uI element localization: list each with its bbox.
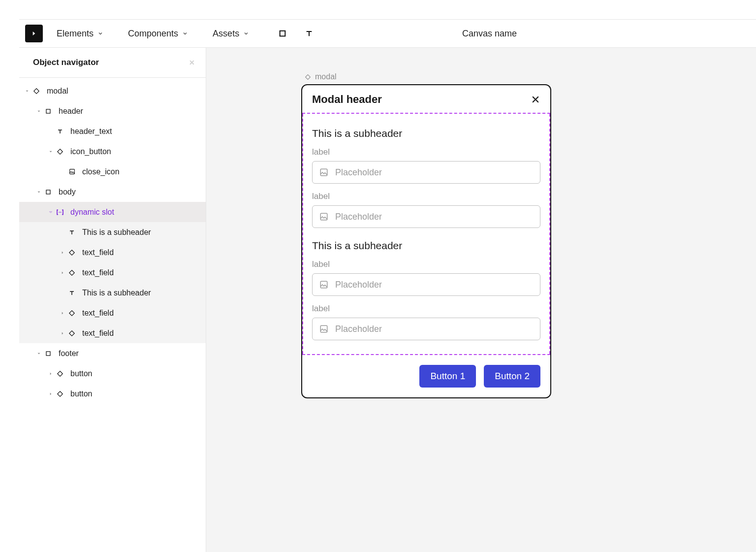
chevron-down-icon [182, 31, 188, 36]
modal-preview[interactable]: Modal header This is a subheader label P… [301, 84, 551, 398]
svg-rect-11 [320, 325, 327, 332]
dynamic-slot-area[interactable]: This is a subheader label Placeholder la… [302, 113, 550, 355]
chevron-right-icon [59, 270, 66, 275]
image-icon [66, 168, 77, 175]
field-label: label [312, 260, 540, 269]
svg-rect-1 [46, 109, 50, 113]
image-icon [319, 280, 328, 289]
tree-label: modal [47, 87, 68, 96]
subheader-text: This is a subheader [302, 122, 550, 141]
object-navigator-panel: Object navigator ✕ modal header header_t… [19, 48, 206, 552]
tree-item-body[interactable]: body [19, 182, 206, 202]
chevron-down-icon [35, 351, 43, 356]
canvas-element-tag[interactable]: modal [305, 72, 337, 81]
chevron-right-icon [47, 371, 55, 376]
text-input[interactable]: Placeholder [312, 205, 540, 228]
button-1[interactable]: Button 1 [419, 365, 476, 388]
subheader-text: This is a subheader [302, 230, 550, 254]
tree-label: close_icon [82, 167, 120, 176]
modal-header: Modal header [302, 85, 550, 113]
field-label: label [312, 304, 540, 314]
tree-item-text-field[interactable]: text_field [19, 303, 206, 323]
tree: modal header header_text icon_button clo… [19, 78, 206, 404]
svg-rect-7 [46, 352, 50, 356]
tree-item-icon-button[interactable]: icon_button [19, 141, 206, 162]
modal-title: Modal header [312, 93, 382, 106]
svg-point-6 [61, 212, 62, 213]
canvas[interactable]: modal Modal header This is a subheader l… [206, 48, 756, 552]
menu-label: Elements [57, 29, 94, 39]
placeholder-text: Placeholder [335, 167, 382, 178]
chevron-down-icon [35, 190, 43, 195]
image-icon [319, 212, 328, 221]
tree-item-button[interactable]: button [19, 384, 206, 404]
menu-label: Components [128, 29, 178, 39]
frame-icon [43, 351, 54, 357]
svg-rect-10 [320, 281, 327, 288]
field-label: label [312, 147, 540, 157]
field-label: label [312, 192, 540, 201]
button-2[interactable]: Button 2 [484, 365, 540, 388]
text-input[interactable]: Placeholder [312, 161, 540, 184]
tree-item-dynamic-slot[interactable]: dynamic slot [19, 202, 206, 222]
image-icon [319, 168, 328, 177]
component-icon [55, 370, 65, 377]
app-logo[interactable] [25, 25, 43, 42]
tag-label: modal [315, 72, 337, 81]
menu-elements[interactable]: Elements [57, 29, 103, 39]
tree-item-header[interactable]: header [19, 101, 206, 121]
text-field: label Placeholder [302, 254, 550, 298]
text-field: label Placeholder [302, 298, 550, 342]
menu-label: Assets [213, 29, 239, 39]
placeholder-text: Placeholder [335, 280, 382, 290]
chevron-down-icon [97, 31, 103, 36]
tree-item-close-icon[interactable]: close_icon [19, 162, 206, 182]
tree-label: text_field [82, 248, 114, 257]
component-icon [55, 148, 65, 155]
svg-point-5 [60, 212, 61, 213]
tree-label: This is a subheader [82, 289, 151, 297]
frame-icon [43, 108, 54, 114]
tree-item-header-text[interactable]: header_text [19, 121, 206, 141]
menu-assets[interactable]: Assets [213, 29, 249, 39]
tree-item-text-field[interactable]: text_field [19, 242, 206, 262]
image-icon [319, 325, 328, 333]
component-icon [305, 74, 311, 80]
text-input[interactable]: Placeholder [312, 273, 540, 296]
collapse-panel-icon[interactable]: ✕ [189, 59, 195, 66]
tree-item-subheader[interactable]: This is a subheader [19, 283, 206, 303]
svg-rect-8 [320, 169, 327, 176]
component-icon [55, 390, 65, 397]
chevron-down-icon [47, 210, 55, 215]
tree-label: text_field [82, 309, 114, 318]
placeholder-text: Placeholder [335, 324, 382, 334]
text-input[interactable]: Placeholder [312, 318, 540, 340]
tree-item-text-field[interactable]: text_field [19, 323, 206, 343]
text-tool-icon[interactable] [304, 29, 314, 38]
modal-footer: Button 1 Button 2 [302, 355, 550, 397]
tree-label: This is a subheader [82, 228, 151, 237]
tree-item-footer[interactable]: footer [19, 343, 206, 363]
tree-label: footer [59, 349, 79, 358]
tree-label: text_field [82, 268, 114, 277]
close-icon[interactable] [531, 95, 540, 104]
tree-item-text-field[interactable]: text_field [19, 262, 206, 283]
menu-components[interactable]: Components [128, 29, 188, 39]
frame-tool-icon[interactable] [278, 29, 287, 38]
text-icon [66, 229, 77, 235]
chevron-right-icon [47, 391, 55, 396]
svg-rect-2 [69, 169, 74, 174]
chevron-right-icon [59, 311, 66, 316]
canvas-name[interactable]: Canvas name [462, 29, 517, 39]
tree-label: button [70, 369, 92, 378]
tree-label: body [59, 188, 76, 196]
chevron-down-icon [23, 89, 31, 94]
tree-item-modal[interactable]: modal [19, 81, 206, 101]
panel-header: Object navigator ✕ [19, 48, 206, 78]
component-icon [66, 269, 77, 276]
placeholder-text: Placeholder [335, 212, 382, 222]
text-icon [66, 290, 77, 296]
tree-item-subheader[interactable]: This is a subheader [19, 222, 206, 242]
tree-item-button[interactable]: button [19, 363, 206, 384]
component-icon [66, 310, 77, 317]
